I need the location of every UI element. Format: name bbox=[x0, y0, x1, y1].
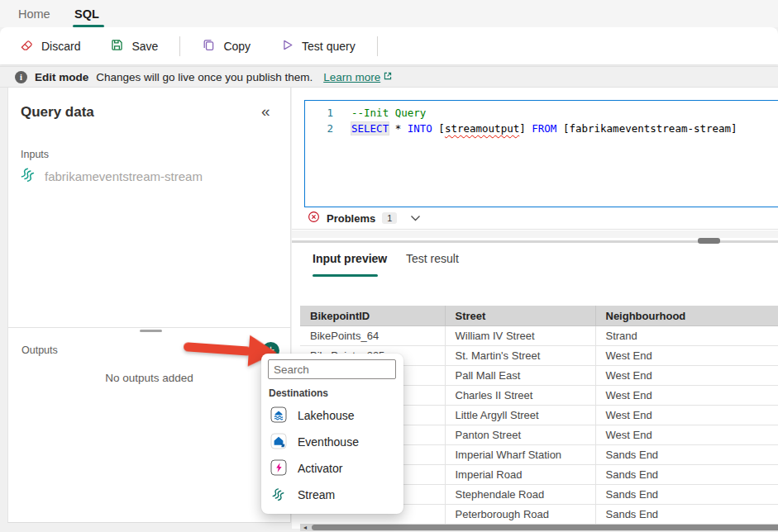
tab-test-result[interactable]: Test result bbox=[406, 252, 459, 265]
horizontal-scrollbar[interactable]: ◂ bbox=[300, 524, 778, 531]
code-line[interactable]: 1--Init Query bbox=[305, 105, 778, 121]
table-cell: Strand bbox=[595, 326, 778, 346]
destinations-dropdown: Destinations Lakehouse Eventhouse Activa… bbox=[261, 354, 403, 514]
collapse-panel-icon[interactable]: « bbox=[261, 102, 270, 121]
test-query-label: Test query bbox=[302, 40, 356, 53]
ribbon-tabs: Home SQL bbox=[0, 0, 778, 27]
stream-icon bbox=[19, 165, 37, 187]
panel-title: Query data bbox=[21, 104, 94, 121]
learn-more-label: Learn more bbox=[323, 71, 380, 83]
toolbar-divider bbox=[179, 36, 180, 56]
code-text: --Init Query bbox=[351, 105, 426, 121]
eventstream-query-editor: Home SQL Discard Save Copy Test query i … bbox=[0, 0, 778, 532]
menu-item-label: Lakehouse bbox=[298, 409, 355, 422]
splitter-grip[interactable] bbox=[140, 330, 162, 332]
edit-mode-banner: i Edit mode Changes will go live once yo… bbox=[0, 66, 778, 88]
table-cell: Stephendale Road bbox=[445, 485, 595, 505]
code-text: SELECT * INTO [streamoutput] FROM [fabri… bbox=[351, 121, 737, 136]
tab-sql[interactable]: SQL bbox=[74, 7, 99, 21]
table-cell: West End bbox=[595, 425, 778, 445]
error-circle-icon bbox=[308, 211, 320, 226]
lakehouse-icon bbox=[270, 406, 287, 425]
outputs-label: Outputs bbox=[21, 344, 58, 356]
menu-item-eventhouse[interactable]: Eventhouse bbox=[261, 429, 403, 455]
table-cell: Charles II Street bbox=[445, 386, 595, 406]
problems-bar[interactable]: Problems 1 bbox=[292, 207, 778, 230]
discard-button[interactable]: Discard bbox=[20, 38, 80, 55]
discard-label: Discard bbox=[41, 40, 80, 53]
table-cell: Panton Street bbox=[445, 425, 595, 445]
table-cell: Little Argyll Street bbox=[445, 406, 595, 425]
search-input[interactable] bbox=[268, 359, 396, 379]
menu-item-label: Eventhouse bbox=[298, 435, 359, 449]
table-cell: BikePoints_64 bbox=[300, 326, 445, 346]
panel-splitter[interactable] bbox=[8, 327, 290, 328]
external-link-icon bbox=[383, 71, 393, 83]
code-line[interactable]: 2SELECT * INTO [streamoutput] FROM [fabr… bbox=[305, 121, 778, 136]
menu-item-stream[interactable]: Stream bbox=[261, 482, 403, 508]
eraser-icon bbox=[20, 38, 34, 55]
activator-icon bbox=[270, 459, 287, 478]
problems-count-badge: 1 bbox=[382, 212, 397, 224]
table-cell: West End bbox=[595, 386, 778, 406]
chevron-down-icon[interactable] bbox=[410, 215, 421, 222]
table-cell: West End bbox=[595, 346, 778, 366]
toolbar: Discard Save Copy Test query bbox=[0, 27, 778, 64]
table-cell: Sands End bbox=[595, 505, 778, 525]
toolbar-divider bbox=[377, 36, 378, 56]
test-query-button[interactable]: Test query bbox=[280, 38, 356, 55]
sql-code-editor[interactable]: 1--Init Query2SELECT * INTO [streamoutpu… bbox=[304, 100, 778, 207]
line-number: 1 bbox=[305, 105, 333, 121]
code-lines: 1--Init Query2SELECT * INTO [streamoutpu… bbox=[305, 105, 778, 136]
table-cell: West End bbox=[595, 366, 778, 386]
destination-items: Lakehouse Eventhouse Activator Stream bbox=[261, 402, 403, 508]
no-outputs-message: No outputs added bbox=[8, 372, 290, 384]
save-icon bbox=[110, 38, 124, 55]
query-data-panel: Query data « Inputs fabrikameventstream-… bbox=[7, 88, 291, 523]
table-cell: Pall Mall East bbox=[445, 366, 595, 386]
table-cell: Imperial Road bbox=[445, 465, 595, 485]
stream-icon bbox=[270, 486, 287, 505]
line-number: 2 bbox=[305, 121, 333, 136]
column-header-neighbourhood[interactable]: Neighbourhood bbox=[595, 306, 778, 326]
panel-gap bbox=[292, 230, 778, 238]
table-cell: Peterborough Road bbox=[445, 505, 595, 525]
table-cell: St. Martin's Street bbox=[445, 346, 595, 366]
scroll-left-arrow-icon[interactable]: ◂ bbox=[300, 524, 310, 531]
copy-button[interactable]: Copy bbox=[202, 38, 251, 55]
table-cell: West End bbox=[595, 406, 778, 425]
banner-title: Edit mode bbox=[35, 71, 88, 83]
menu-item-activator[interactable]: Activator bbox=[261, 455, 403, 482]
play-icon bbox=[280, 38, 294, 55]
menu-item-label: Stream bbox=[298, 488, 335, 501]
scrollbar-thumb[interactable] bbox=[312, 525, 778, 530]
horizontal-splitter-grip[interactable] bbox=[698, 238, 720, 244]
input-item-eventstream[interactable]: fabrikameventstream-stream bbox=[19, 165, 203, 187]
table-cell: Sands End bbox=[595, 445, 778, 465]
eventhouse-icon bbox=[270, 433, 287, 452]
menu-item-label: Activator bbox=[298, 462, 342, 475]
table-cell: Sands End bbox=[595, 485, 778, 505]
save-label: Save bbox=[131, 40, 158, 53]
destinations-header: Destinations bbox=[269, 387, 328, 399]
save-button[interactable]: Save bbox=[110, 38, 158, 55]
problems-label: Problems bbox=[327, 212, 375, 225]
table-header-row: BikepointID Street Neighbourhood bbox=[300, 306, 778, 326]
inputs-label: Inputs bbox=[21, 149, 49, 160]
column-header-bikepointid[interactable]: BikepointID bbox=[300, 306, 445, 326]
banner-message: Changes will go live once you publish th… bbox=[96, 71, 313, 83]
table-cell: Imperial Wharf Station bbox=[445, 445, 595, 465]
copy-icon bbox=[202, 38, 216, 55]
info-icon: i bbox=[15, 71, 27, 83]
table-row: BikePoints_64William IV StreetStrand bbox=[300, 326, 778, 346]
table-cell: Sands End bbox=[595, 465, 778, 485]
copy-label: Copy bbox=[223, 40, 251, 53]
table-cell: William IV Street bbox=[445, 326, 595, 346]
menu-item-lakehouse[interactable]: Lakehouse bbox=[261, 402, 403, 429]
tab-home[interactable]: Home bbox=[18, 7, 50, 21]
tab-input-preview[interactable]: Input preview bbox=[313, 252, 387, 265]
input-item-label: fabrikameventstream-stream bbox=[45, 169, 203, 183]
column-header-street[interactable]: Street bbox=[445, 306, 595, 326]
preview-tab-underline bbox=[313, 274, 378, 277]
learn-more-link[interactable]: Learn more bbox=[323, 71, 393, 83]
